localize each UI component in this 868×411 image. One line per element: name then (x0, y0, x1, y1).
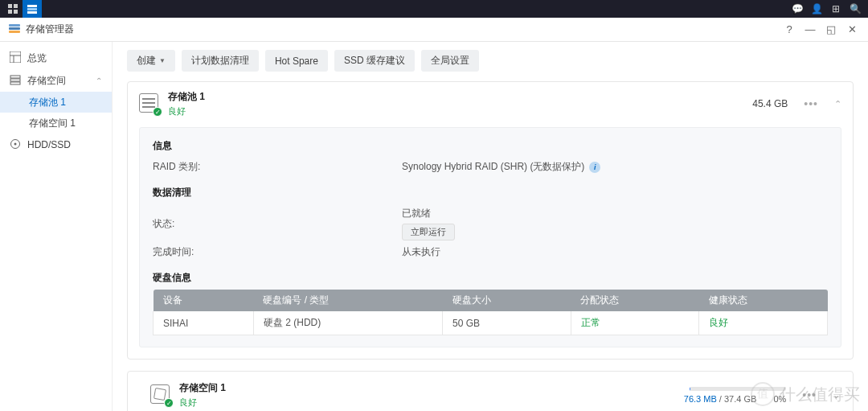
volume-card: ✓ 存储空间 1 良好 76.3 MB / 37.4 GB 0% (127, 371, 854, 411)
th-device: 设备 (154, 290, 254, 311)
volume-title: 存储空间 1 (179, 381, 226, 395)
pool-title: 存储池 1 (168, 90, 205, 104)
svg-rect-9 (9, 31, 20, 33)
chevron-up-icon[interactable]: ⌃ (834, 99, 841, 109)
storage-icon (10, 74, 21, 88)
storage-pool-card: ✓ 存储池 1 良好 45.4 GB ••• ⌃ 信息 RAID 类别: (127, 81, 854, 360)
sidebar-label: HDD/SSD (27, 139, 71, 150)
cell-slot: 硬盘 2 (HDD) (253, 311, 442, 335)
usage-meter: 76.3 MB / 37.4 GB 0% (684, 387, 786, 404)
svg-rect-0 (8, 4, 12, 8)
card-body: 信息 RAID 类别: Synology Hybrid RAID (SHR) (… (128, 125, 853, 359)
scrub-finish-label: 完成时间: (153, 245, 402, 259)
app-icon (8, 22, 21, 37)
ssd-cache-button[interactable]: SSD 缓存建议 (334, 50, 415, 72)
raid-value: Synology Hybrid RAID (SHR) (无数据保护) (402, 160, 584, 174)
svg-rect-6 (27, 11, 37, 14)
used-size: 76.3 MB (684, 394, 717, 404)
window-title: 存储管理器 (26, 23, 74, 36)
cell-health: 良好 (699, 311, 828, 335)
section-title-info: 信息 (153, 139, 828, 153)
scrub-finish-row: 完成时间: 从未执行 (153, 243, 828, 261)
create-button[interactable]: 创建 ▼ (127, 50, 175, 72)
system-taskbar: 💬 👤 ⊞ 🔍 (0, 0, 868, 18)
usage-percent: 0% (773, 394, 786, 404)
table-row[interactable]: SIHAI 硬盘 2 (HDD) 50 GB 正常 良好 (154, 311, 828, 335)
maximize-button[interactable]: ◱ (823, 22, 839, 38)
sidebar-sub-volume1[interactable]: 存储空间 1 (0, 113, 112, 134)
more-actions-icon[interactable]: ••• (802, 388, 817, 401)
window-titlebar: 存储管理器 ? — ◱ ✕ (0, 18, 868, 42)
pool-icon: ✓ (139, 93, 160, 114)
raid-label: RAID 类别: (153, 160, 402, 174)
svg-rect-7 (9, 24, 20, 27)
pool-status: 良好 (168, 105, 205, 117)
sidebar-label: 存储池 1 (29, 96, 66, 109)
cell-size: 50 GB (443, 311, 571, 335)
th-size: 硬盘大小 (443, 290, 571, 311)
sidebar-sub-pool1[interactable]: 存储池 1 (0, 92, 112, 113)
chevron-up-icon: ⌃ (96, 76, 102, 85)
card-header[interactable]: ✓ 存储池 1 良好 45.4 GB ••• ⌃ (128, 82, 853, 125)
sidebar-item-overview[interactable]: 总览 (0, 47, 112, 69)
th-alloc: 分配状态 (571, 290, 699, 311)
svg-rect-10 (10, 51, 21, 63)
svg-rect-1 (14, 4, 18, 8)
minimize-button[interactable]: — (802, 22, 818, 38)
more-actions-icon[interactable]: ••• (804, 97, 818, 110)
disk-table: 设备 硬盘编号 / 类型 硬盘大小 分配状态 健康状态 SIHAI 硬盘 2 (… (153, 290, 828, 335)
cell-device: SIHAI (154, 311, 254, 335)
button-label: 创建 (137, 54, 156, 68)
global-settings-button[interactable]: 全局设置 (421, 50, 479, 72)
svg-rect-3 (14, 10, 18, 14)
scrub-finish-value: 从未执行 (402, 245, 440, 259)
sidebar-label: 总览 (27, 51, 47, 65)
sidebar-label: 存储空间 (27, 74, 66, 88)
volume-icon: ✓ (150, 384, 171, 405)
toolbar: 创建 ▼ 计划数据清理 Hot Spare SSD 缓存建议 全局设置 (127, 50, 854, 72)
scrub-schedule-button[interactable]: 计划数据清理 (182, 50, 259, 72)
hdd-icon (10, 138, 21, 152)
cell-alloc: 正常 (571, 311, 699, 335)
content-area: 创建 ▼ 计划数据清理 Hot Spare SSD 缓存建议 全局设置 ✓ 存储… (113, 42, 868, 411)
th-health: 健康状态 (699, 290, 828, 311)
pool-size: 45.4 GB (752, 98, 788, 109)
svg-rect-8 (9, 27, 20, 30)
caret-down-icon: ▼ (159, 57, 166, 64)
taskbar-chat-icon[interactable]: 💬 (788, 0, 807, 18)
taskbar-storage-icon[interactable] (23, 0, 42, 18)
svg-rect-13 (10, 76, 20, 78)
sidebar-label: 存储空间 1 (29, 117, 76, 130)
card-header[interactable]: ✓ 存储空间 1 良好 76.3 MB / 37.4 GB 0% (128, 372, 853, 411)
scrub-status-value: 已就绪 (402, 207, 431, 220)
hot-spare-button[interactable]: Hot Spare (265, 50, 328, 72)
sidebar: 总览 存储空间 ⌃ 存储池 1 存储空间 1 HDD/SSD (0, 42, 113, 411)
close-button[interactable]: ✕ (844, 22, 860, 38)
svg-rect-14 (10, 79, 20, 81)
sidebar-item-hdd[interactable]: HDD/SSD (0, 134, 112, 156)
scrub-status-label: 状态: (153, 217, 402, 231)
chevron-down-icon[interactable]: ⌄ (833, 390, 840, 401)
table-header-row: 设备 硬盘编号 / 类型 硬盘大小 分配状态 健康状态 (154, 290, 828, 311)
taskbar-user-icon[interactable]: 👤 (807, 0, 826, 18)
status-ok-badge: ✓ (164, 398, 174, 408)
section-title-disk: 硬盘信息 (153, 271, 828, 285)
section-title-scrub: 数据清理 (153, 186, 828, 199)
taskbar-widgets-icon[interactable]: ⊞ (826, 0, 845, 18)
taskbar-apps-icon[interactable] (3, 0, 23, 18)
status-ok-badge: ✓ (153, 107, 162, 117)
taskbar-search-icon[interactable]: 🔍 (845, 0, 865, 18)
raid-row: RAID 类别: Synology Hybrid RAID (SHR) (无数据… (153, 158, 828, 176)
help-button[interactable]: ? (781, 22, 797, 38)
svg-rect-15 (10, 82, 20, 84)
overview-icon (10, 51, 21, 65)
volume-status: 良好 (179, 397, 226, 409)
info-icon[interactable]: i (589, 162, 600, 173)
scrub-status-row: 状态: 已就绪 立即运行 (153, 204, 828, 243)
sidebar-item-storage[interactable]: 存储空间 ⌃ (0, 69, 112, 92)
svg-rect-2 (8, 10, 12, 14)
total-size: 37.4 GB (724, 394, 756, 404)
run-now-button[interactable]: 立即运行 (402, 224, 455, 240)
svg-point-17 (14, 142, 17, 145)
svg-rect-5 (27, 8, 37, 10)
